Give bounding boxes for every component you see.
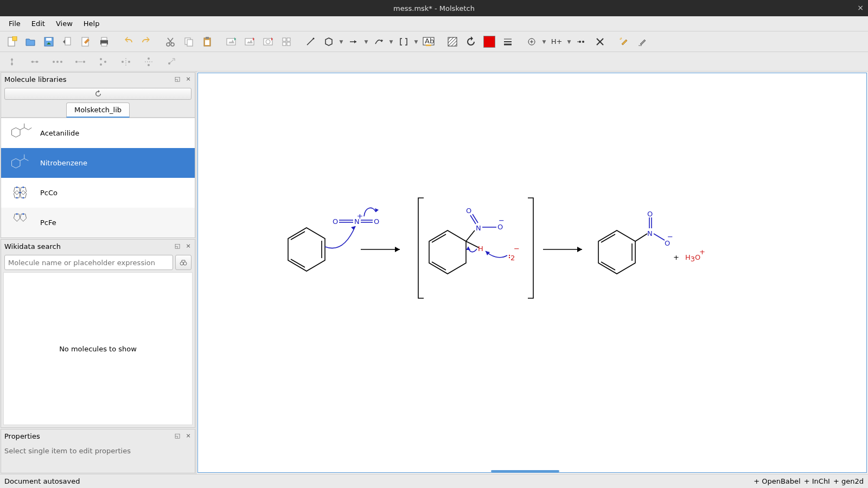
align-v-icon[interactable] xyxy=(3,54,21,69)
binoculars-icon xyxy=(179,258,188,267)
wikidata-search-input[interactable] xyxy=(4,255,173,270)
library-list[interactable]: Acetanilide Nitrobenzene PcCo PcFe xyxy=(1,118,195,237)
rotate-tool[interactable] xyxy=(462,33,480,50)
insert-image-button[interactable] xyxy=(222,33,240,50)
export-svg-button[interactable] xyxy=(259,33,277,50)
curve-arrow-tool[interactable] xyxy=(370,33,387,50)
panel-title: Molecule libraries xyxy=(4,75,66,84)
refresh-library-button[interactable] xyxy=(4,88,192,100)
svg-point-86 xyxy=(16,214,18,215)
erase-tool[interactable] xyxy=(591,33,609,50)
save-as-button[interactable] xyxy=(59,33,76,50)
align-tool[interactable] xyxy=(634,33,651,50)
svg-marker-26 xyxy=(326,38,332,46)
svg-marker-66 xyxy=(12,128,20,137)
mirror-v-icon[interactable] xyxy=(140,54,157,69)
library-tab[interactable]: Molsketch_lib xyxy=(66,102,130,118)
clean-structure-icon[interactable] xyxy=(163,54,180,69)
plugin-openbabel: + OpenBabel xyxy=(754,477,801,485)
svg-rect-14 xyxy=(206,37,209,39)
clean-tool[interactable] xyxy=(615,33,633,50)
hatch-tool[interactable] xyxy=(444,33,461,50)
panel-close-icon[interactable]: × xyxy=(184,241,193,250)
save-button[interactable] xyxy=(40,33,58,50)
charge-dropdown[interactable]: ▼ xyxy=(541,39,547,44)
svg-text:O: O xyxy=(466,207,471,215)
line-weight-tool[interactable] xyxy=(499,33,516,50)
line-tool[interactable] xyxy=(302,33,319,50)
ring-tool[interactable] xyxy=(320,33,337,50)
undo-button[interactable] xyxy=(119,33,137,50)
svg-point-81 xyxy=(16,197,18,199)
library-tabs: Molsketch_lib xyxy=(1,102,195,118)
svg-point-79 xyxy=(16,187,18,188)
ring-dropdown[interactable]: ▼ xyxy=(339,39,344,44)
horizontal-scrollbar[interactable] xyxy=(491,470,559,472)
arrow-dropdown[interactable]: ▼ xyxy=(363,39,369,44)
paste-button[interactable] xyxy=(199,33,216,50)
copy-button[interactable] xyxy=(180,33,197,50)
align-h-icon[interactable] xyxy=(26,54,43,69)
menu-view[interactable]: View xyxy=(50,17,78,30)
library-item-pcfe[interactable]: PcFe xyxy=(1,208,195,237)
svg-point-57 xyxy=(104,61,106,63)
svg-marker-77 xyxy=(14,191,20,198)
svg-marker-76 xyxy=(20,188,27,195)
mirror-h-icon[interactable] xyxy=(117,54,135,69)
hydrogen-tool[interactable]: H+ xyxy=(548,33,565,50)
menu-help[interactable]: Help xyxy=(78,17,105,30)
svg-point-55 xyxy=(100,58,102,60)
text-tool[interactable]: Abc xyxy=(420,33,437,50)
edit-doc-button[interactable] xyxy=(77,33,94,50)
library-item-nitrobenzene[interactable]: Nitrobenzene xyxy=(1,148,195,178)
library-item-acetanilide[interactable]: Acetanilide xyxy=(1,118,195,148)
space-h-icon[interactable] xyxy=(72,54,89,69)
panel-close-icon[interactable]: × xyxy=(184,431,193,440)
menu-edit[interactable]: Edit xyxy=(26,17,50,30)
panel-header-wikidata: Wikidata search ◱ × xyxy=(1,240,195,253)
bracket-tool[interactable] xyxy=(395,33,412,50)
library-item-pcco[interactable]: PcCo xyxy=(1,178,195,208)
distribute-h-icon[interactable] xyxy=(49,54,66,69)
color-swatch[interactable] xyxy=(483,36,495,48)
distribute-v-icon[interactable] xyxy=(94,54,112,69)
panel-close-icon[interactable]: × xyxy=(184,74,193,83)
curve-dropdown[interactable]: ▼ xyxy=(388,39,394,44)
export-grid-button[interactable] xyxy=(278,33,295,50)
properties-panel: Properties ◱ × Select single item to edi… xyxy=(1,429,195,473)
titlebar: mess.msk* - Molsketch × xyxy=(0,0,868,16)
lone-pair-tool[interactable] xyxy=(573,33,590,50)
svg-text:O: O xyxy=(647,210,653,218)
panel-float-icon[interactable]: ◱ xyxy=(173,431,182,440)
cut-button[interactable] xyxy=(162,33,179,50)
search-button[interactable] xyxy=(175,255,192,270)
svg-rect-4 xyxy=(65,37,71,45)
export-image-button[interactable] xyxy=(241,33,258,50)
arrow-tool[interactable] xyxy=(345,33,362,50)
refresh-icon xyxy=(94,90,102,98)
svg-point-60 xyxy=(128,61,130,63)
menu-file[interactable]: File xyxy=(3,17,26,30)
molecule-thumb-icon xyxy=(4,210,36,236)
panel-float-icon[interactable]: ◱ xyxy=(173,241,182,250)
svg-rect-12 xyxy=(187,40,193,46)
charge-tool[interactable] xyxy=(523,33,540,50)
drawing-canvas[interactable]: O N + O + xyxy=(197,73,867,473)
svg-line-126 xyxy=(635,234,647,241)
color-tool[interactable] xyxy=(481,33,498,50)
library-item-label: Nitrobenzene xyxy=(40,159,87,167)
svg-point-118 xyxy=(509,255,510,256)
window-close-button[interactable]: × xyxy=(857,3,864,12)
panel-float-icon[interactable]: ◱ xyxy=(173,74,182,83)
svg-rect-16 xyxy=(227,38,235,45)
library-item-label: Acetanilide xyxy=(40,129,79,137)
bracket-dropdown[interactable]: ▼ xyxy=(413,39,419,44)
open-button[interactable] xyxy=(22,33,39,50)
svg-line-70 xyxy=(28,128,31,130)
print-button[interactable] xyxy=(95,33,113,50)
hydrogen-dropdown[interactable]: ▼ xyxy=(566,39,572,44)
svg-line-111 xyxy=(473,214,478,223)
redo-button[interactable] xyxy=(138,33,155,50)
svg-point-49 xyxy=(53,61,55,63)
new-button[interactable] xyxy=(3,33,21,50)
